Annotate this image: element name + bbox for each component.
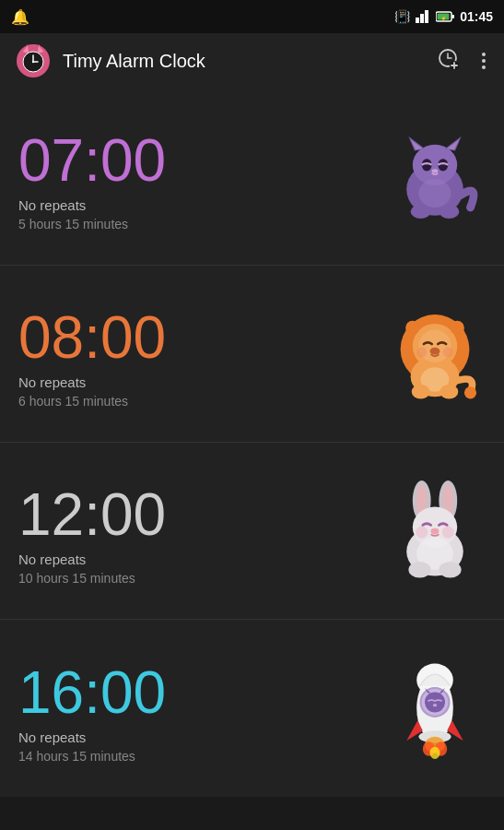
alarm-repeat: No repeats (18, 197, 384, 213)
svg-point-37 (418, 329, 451, 362)
alarm-time: 16:00 (18, 663, 384, 722)
app-header-left: Timy Alarm Clock (15, 42, 205, 79)
svg-marker-1 (420, 14, 424, 23)
app-title: Timy Alarm Clock (63, 51, 205, 72)
svg-point-46 (464, 386, 476, 398)
alarm-countdown: 6 hours 15 minutes (18, 394, 384, 409)
app-header-actions (436, 47, 489, 75)
alarm-item[interactable]: 16:00 No repeats 14 hours 15 minutes (0, 620, 504, 797)
svg-point-54 (416, 526, 428, 538)
alarm-mascot (384, 126, 486, 228)
alarm-time: 07:00 (18, 131, 384, 190)
alarm-info: 08:00 No repeats 6 hours 15 minutes (18, 299, 384, 409)
svg-point-62 (425, 692, 445, 712)
signal-icon (416, 10, 430, 23)
svg-point-38 (405, 320, 419, 334)
alarm-item[interactable]: 08:00 No repeats 6 hours 15 minutes (0, 266, 504, 443)
alarm-time: 12:00 (18, 485, 384, 544)
svg-marker-2 (425, 10, 428, 23)
svg-point-65 (433, 704, 437, 706)
svg-point-33 (418, 179, 451, 208)
alarm-info: 12:00 No repeats 10 hours 15 minutes (18, 476, 384, 586)
svg-point-23 (413, 144, 457, 184)
svg-point-40 (430, 347, 440, 354)
alarm-countdown: 10 hours 15 minutes (18, 571, 384, 586)
alarm-status-icon: 🔔 (11, 8, 29, 26)
svg-point-39 (451, 320, 464, 334)
alarm-time: 08:00 (18, 308, 384, 367)
svg-point-42 (443, 347, 453, 357)
vibrate-icon: 📳 (394, 9, 410, 24)
svg-rect-4 (452, 15, 455, 18)
alarm-list: 07:00 No repeats 5 hours 15 minutes (0, 89, 504, 797)
svg-point-32 (439, 204, 459, 218)
svg-point-31 (411, 204, 431, 218)
svg-marker-0 (416, 18, 419, 23)
status-bar-left: 🔔 (11, 8, 29, 26)
svg-point-72 (430, 747, 440, 759)
svg-text:⚡: ⚡ (440, 15, 447, 22)
alarm-item[interactable]: 12:00 No repeats 10 hours 15 minutes (0, 443, 504, 620)
alarm-info: 07:00 No repeats 5 hours 15 minutes (18, 122, 384, 231)
svg-point-57 (408, 562, 430, 578)
status-bar: 🔔 📳 ⚡ 01:45 (0, 0, 504, 33)
svg-point-41 (416, 347, 427, 357)
alarm-countdown: 5 hours 15 minutes (18, 217, 384, 231)
svg-point-30 (432, 169, 439, 172)
alarm-mascot (384, 303, 486, 405)
svg-point-15 (32, 61, 34, 63)
svg-point-45 (440, 385, 459, 398)
more-options-button[interactable] (478, 51, 489, 71)
alarm-countdown: 14 hours 15 minutes (18, 749, 384, 764)
alarm-item[interactable]: 07:00 No repeats 5 hours 15 minutes (0, 89, 504, 266)
alarm-mascot (384, 658, 486, 759)
alarm-info: 16:00 No repeats 14 hours 15 minutes (18, 654, 384, 764)
svg-point-53 (431, 528, 440, 534)
status-time: 01:45 (460, 9, 493, 24)
svg-point-55 (442, 526, 454, 538)
alarm-repeat: No repeats (18, 374, 384, 390)
alarm-mascot (384, 480, 486, 582)
alarm-repeat: No repeats (18, 729, 384, 745)
app-logo (15, 42, 52, 79)
add-alarm-button[interactable] (436, 47, 460, 75)
app-header: Timy Alarm Clock (0, 33, 504, 89)
alarm-repeat: No repeats (18, 551, 384, 567)
status-bar-right: 📳 ⚡ 01:45 (394, 9, 493, 24)
svg-point-44 (412, 385, 430, 398)
battery-icon: ⚡ (436, 11, 454, 22)
svg-point-58 (439, 562, 461, 578)
